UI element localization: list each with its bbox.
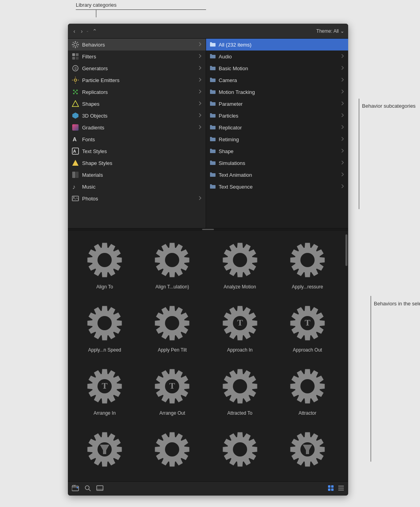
gear-icon-apply-ressure [286, 238, 329, 282]
folder-icon-particles [210, 113, 216, 119]
behavior-item-analyze-motion[interactable]: Analyze Motion [207, 234, 273, 294]
behavior-item-attracted-to[interactable]: Attracted To [207, 361, 273, 420]
svg-text:A: A [73, 149, 76, 153]
gear-icon-b3 [218, 428, 262, 471]
sort-button[interactable]: ⌃ [91, 27, 99, 35]
subcategory-item-simulations[interactable]: Simulations [206, 157, 348, 169]
folder-icon-motion-tracking [210, 89, 216, 95]
category-item-gradients[interactable]: Gradients [68, 122, 206, 133]
subcategory-label-camera: Camera [219, 77, 237, 83]
category-item-fonts[interactable]: AFonts [68, 133, 206, 145]
svg-point-7 [73, 46, 73, 47]
folder-icon-replicator [210, 125, 216, 131]
folder-icon-parameter [210, 101, 216, 107]
chevron-icon-behaviors [199, 42, 202, 47]
svg-point-38 [165, 253, 179, 267]
behavior-item-b3[interactable] [207, 424, 273, 477]
behavior-label-attractor: Attractor [298, 410, 316, 416]
svg-point-2 [75, 47, 76, 48]
chevron-icon-generators [199, 65, 202, 71]
subcategory-label-parameter: Parameter [219, 101, 243, 107]
subcategory-item-all[interactable]: All (232 items) [206, 39, 348, 51]
folder-icon-simulations [210, 160, 216, 166]
subcategory-item-audio[interactable]: Audio [206, 51, 348, 62]
text-styles-icon: A [72, 148, 79, 155]
library-toolbar: ‹ › - ⌃ Theme: All ⌄ [68, 24, 348, 39]
category-item-3d-objects[interactable]: 3D Objects [68, 110, 206, 122]
category-item-generators[interactable]: ②Generators [68, 62, 206, 74]
behavior-item-b2[interactable] [139, 424, 205, 477]
behaviors-selected-annotation: Behaviors in the selected subcategory [374, 300, 420, 308]
svg-point-37 [98, 253, 112, 267]
search-icon[interactable] [84, 485, 91, 493]
nav-separator: - [86, 28, 88, 34]
category-item-shapes[interactable]: Shapes [68, 98, 206, 110]
behavior-item-apply-ressure[interactable]: Apply...ressure [275, 234, 340, 294]
subcategory-item-basic-motion[interactable]: Basic Motion [206, 62, 348, 74]
svg-rect-64 [97, 486, 103, 490]
subcategory-item-motion-tracking[interactable]: Motion Tracking [206, 86, 348, 98]
scroll-indicator [345, 234, 347, 266]
preview-icon[interactable] [96, 485, 103, 492]
svg-point-20 [73, 90, 75, 91]
svg-rect-10 [76, 53, 79, 56]
behavior-item-align-to[interactable]: Align To [72, 234, 137, 294]
category-label-filters: Filters [82, 54, 96, 60]
behavior-item-approach-out[interactable]: T Approach Out [275, 297, 340, 357]
forward-button[interactable]: › [79, 27, 84, 35]
categories-column: BehaviorsFilters②GeneratorsParticle Emit… [68, 39, 206, 228]
behavior-item-arrange-in[interactable]: T Arrange In [72, 361, 137, 420]
category-item-materials[interactable]: Materials [68, 169, 206, 181]
behavior-label-arrange-in: Arrange In [94, 410, 116, 416]
category-item-replicators[interactable]: Replicators [68, 86, 206, 98]
subcategory-item-retiming[interactable]: Retiming [206, 133, 348, 145]
category-item-shape-styles[interactable]: Shape Styles [68, 157, 206, 169]
subcategory-item-replicator[interactable]: Replicator [206, 122, 348, 133]
subcategory-item-shape[interactable]: Shape [206, 145, 348, 157]
behavior-item-apply-n-speed[interactable]: Apply...n Speed [72, 297, 137, 357]
category-item-text-styles[interactable]: AText Styles [68, 145, 206, 157]
folder-icon-audio [210, 54, 216, 60]
gear-icon-align-to [83, 238, 126, 282]
svg-point-17 [75, 83, 76, 84]
shapes-icon [72, 100, 79, 107]
library-categories-annotation: Library categories [76, 2, 116, 8]
behavior-item-arrange-out[interactable]: T Arrange Out [139, 361, 205, 420]
svg-point-21 [76, 90, 78, 91]
category-item-music[interactable]: ♪Music [68, 181, 206, 193]
subcategory-item-text-animation[interactable]: Text Animation [206, 169, 348, 181]
theme-selector[interactable]: Theme: All ⌄ [316, 28, 344, 34]
category-item-particle-emitters[interactable]: Particle Emitters [68, 74, 206, 86]
behavior-item-b4[interactable] [275, 424, 340, 477]
add-folder-icon[interactable] [72, 485, 79, 493]
svg-point-24 [75, 91, 76, 93]
category-label-shape-styles: Shape Styles [82, 160, 112, 166]
music-icon: ♪ [72, 183, 79, 190]
subcategory-item-parameter[interactable]: Parameter [206, 98, 348, 110]
chevron-icon-replicators [199, 89, 202, 95]
svg-rect-33 [76, 172, 79, 178]
list-view-icon[interactable] [338, 485, 344, 492]
behavior-item-apply-pen-tilt[interactable]: Apply Pen Tilt [139, 297, 205, 357]
category-item-behaviors[interactable]: Behaviors [68, 39, 206, 51]
subcat-chevron-replicator [341, 125, 344, 131]
gear-icon-b2 [150, 428, 194, 471]
category-item-photos[interactable]: Photos [68, 193, 206, 204]
behavior-item-b1[interactable] [72, 424, 137, 477]
subcategory-item-particles[interactable]: Particles [206, 110, 348, 122]
svg-text:T: T [169, 381, 175, 391]
subcat-chevron-simulations [341, 160, 344, 166]
behavior-item-attractor[interactable]: Attractor [275, 361, 340, 420]
folder-icon-camera [210, 77, 216, 83]
category-item-filters[interactable]: Filters [68, 51, 206, 62]
chevron-icon-3d-objects [199, 113, 202, 118]
subcategory-item-text-sequence[interactable]: Text Sequence [206, 181, 348, 193]
subcategory-label-all: All (232 items) [219, 42, 251, 48]
bottom-toolbar [68, 481, 348, 496]
back-button[interactable]: ‹ [72, 27, 77, 35]
subcategory-item-camera[interactable]: Camera [206, 74, 348, 86]
category-label-text-styles: Text Styles [82, 148, 107, 154]
grid-view-icon[interactable] [328, 485, 334, 493]
behavior-item-align-t-ulation[interactable]: Align T...ulation) [139, 234, 205, 294]
behavior-item-approach-in[interactable]: T Approach In [207, 297, 273, 357]
